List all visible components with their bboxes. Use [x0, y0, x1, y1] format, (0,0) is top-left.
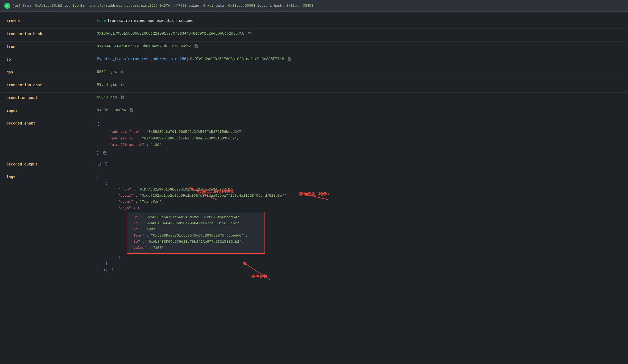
logs-label: logs:	[257, 4, 268, 8]
copy-to-icon[interactable]	[287, 57, 291, 61]
to-label: to:	[64, 4, 70, 8]
logs-object: { "from" : "0xD7ACd2a9FD159E69Bb102A1ca2…	[105, 181, 622, 266]
decoded-output-value: {}	[97, 162, 622, 166]
decoded-uint-key: "uint256 amount"	[110, 143, 144, 147]
gas-text: 80321 gas	[97, 70, 117, 74]
decoded-at-val: "0xAb8483F64d9C6d1EcF9b849Ae677dD3315835…	[142, 136, 237, 140]
to-addr-text: 0xD7ACd2a9FD159E69Bb102A1ca21C9a3e3A5F77…	[190, 57, 284, 61]
top-to-addr: 0xD7A...F771B	[160, 4, 187, 8]
event-args-annotation: 事件参数	[251, 273, 267, 280]
top-hash: 0x13b...35458	[286, 4, 313, 8]
copy-from-icon[interactable]	[194, 44, 198, 48]
decoded-uint256: "uint256 amount" : "100"	[110, 142, 243, 148]
execution-cost-text: 69844 gas	[97, 95, 117, 100]
input-row: input 0x30e...00064	[0, 105, 628, 118]
transaction-cost-key: transaction cost	[6, 82, 97, 87]
arg-2-line: "2" : "100",	[131, 227, 260, 233]
copy-gas-icon[interactable]	[120, 70, 124, 74]
copy-logs-1-icon[interactable]	[103, 268, 107, 272]
logs-event-line: "event" : "Transfer",	[118, 199, 622, 205]
arg-1-line: "1" : "0xAb8483F64d9C6d1EcF9b849Ae677dD3…	[131, 221, 260, 227]
from-addr-text: 0xAb8483F64d9C6d1EcF9b849Ae677dD3315835c…	[97, 44, 191, 48]
hash-label: hash:	[274, 4, 284, 8]
data-label: data:	[216, 4, 226, 8]
status-row: status true Transaction mined and execut…	[0, 16, 628, 29]
success-icon	[4, 3, 10, 9]
decoded-af-val: "0x5B38Da6a701c568545dCfcB03FcB875f56bed…	[146, 130, 241, 134]
arg-to-line: "to" : "0xAb8483F64d9C6d1EcF9b849Ae677dD…	[131, 239, 260, 245]
vm-label: [vm]	[12, 4, 20, 8]
from-key: from	[6, 44, 97, 49]
svg-rect-10	[113, 269, 115, 271]
svg-rect-8	[106, 163, 108, 165]
arg-from-line: "from" : "0x5B38Da6a701c568545dCfcB03FcB…	[131, 233, 260, 239]
svg-rect-9	[105, 269, 107, 271]
decoded-address-from: "address from" : "0x5B38Da6a701c568545dC…	[110, 129, 243, 135]
logs-obj-close: }	[105, 260, 622, 267]
status-true: true	[97, 19, 106, 23]
decoded-input-body: "address from" : "0x5B38Da6a701c568545dC…	[110, 129, 243, 148]
args-box: "0" : "0x5B38Da6a701c568545dCfcB03FcB875…	[127, 212, 265, 254]
copy-decoded-input-icon[interactable]	[103, 151, 107, 155]
copy-decoded-output-icon[interactable]	[105, 162, 109, 166]
transaction-cost-value: 69844 gas	[97, 82, 622, 87]
decoded-uint-val: "100"	[151, 143, 162, 147]
from-value: 0xAb8483F64d9C6d1EcF9b849Ae677dD3315835c…	[97, 44, 622, 48]
decoded-input-row: decoded input { "address from" : "0x5B38…	[0, 118, 628, 159]
decoded-input-key: decoded input	[6, 121, 97, 126]
to-value: Events._transfer(address,address,uint256…	[97, 57, 622, 61]
transaction-hash-key: transaction hash	[6, 31, 97, 36]
copy-logs-2-icon[interactable]	[111, 268, 115, 272]
decoded-output-row: decoded output {}	[0, 159, 628, 172]
svg-rect-2	[288, 58, 291, 60]
logs-args-line: "args" : {	[118, 205, 622, 211]
to-key: to	[6, 57, 97, 62]
decoded-address-to: "address to" : "0xAb8483F64d9C6d1EcF9b84…	[110, 135, 243, 142]
input-text: 0x30e...00064	[97, 108, 126, 112]
input-value: 0x30e...00064	[97, 108, 622, 112]
top-data: 0x30e...00064	[228, 4, 255, 8]
decoded-input-close: }	[97, 150, 99, 156]
copy-input-icon[interactable]	[129, 108, 133, 112]
svg-rect-3	[121, 71, 123, 73]
svg-rect-1	[195, 46, 197, 48]
copy-hash-icon[interactable]	[248, 31, 252, 35]
logs-obj-open: {	[105, 181, 622, 187]
content: status true Transaction mined and execut…	[0, 12, 628, 291]
logs-key: logs	[6, 175, 97, 179]
gas-value: 80321 gas	[97, 70, 622, 74]
decoded-input-value: { "address from" : "0x5B38Da6a701c568545…	[97, 121, 622, 156]
to-row: to Events._transfer(address,address,uint…	[0, 54, 628, 67]
transaction-cost-text: 69844 gas	[97, 82, 117, 87]
from-row: from 0xAb8483F64d9C6d1EcF9b849Ae677dD331…	[0, 42, 628, 54]
logs-value: 产生日志的合约地址 事件签名（哈希） 事件参数 [ { "from" : "0x…	[97, 175, 622, 283]
logs-from-line: "from" : "0xD7ACd2a9FD159E69Bb102A1ca21C…	[118, 187, 622, 193]
execution-cost-key: execution cost	[6, 95, 97, 100]
value-label: value:	[189, 4, 201, 8]
top-value: 0 wei	[203, 4, 214, 8]
logs-topic-line: "topic" : "0xddf252ad1be2c89b69c2b068fc3…	[118, 193, 622, 199]
logs-open-bracket: [	[97, 175, 622, 181]
execution-cost-value: 69844 gas	[97, 95, 622, 100]
input-key: input	[6, 108, 97, 113]
status-text: Transaction mined and execution succeed	[108, 19, 195, 23]
arg-value-line: "value" : "100"	[131, 245, 260, 251]
decoded-af-key: "address from"	[110, 130, 140, 134]
gas-key: gas	[6, 70, 97, 75]
transaction-hash-text: 0x13bd6a7956a56586802068c22e091397079d34…	[97, 31, 245, 36]
transaction-hash-row: transaction hash 0x13bd6a7956a5658680206…	[0, 29, 628, 42]
logs-row: logs 产生日志的合约地址 事件签名（哈希） 事件参数 [ { "from"	[0, 172, 628, 286]
to-func-text: Events._transfer(address,address,uint256…	[97, 57, 188, 61]
svg-rect-7	[104, 152, 106, 155]
svg-rect-6	[130, 109, 133, 111]
top-bar: [vm] from: 0xAb8...35cb2 to: Events._tra…	[0, 0, 628, 12]
transaction-hash-value: 0x13bd6a7956a56586802068c22e091397079d34…	[97, 31, 622, 36]
copy-exec-cost-icon[interactable]	[120, 95, 124, 99]
top-bar-text: [vm] from: 0xAb8...35cb2 to: Events._tra…	[12, 4, 313, 8]
status-key: status	[6, 19, 97, 23]
decoded-output-key: decoded output	[6, 162, 97, 167]
main-container: [vm] from: 0xAb8...35cb2 to: Events._tra…	[0, 0, 628, 291]
copy-tx-cost-icon[interactable]	[120, 82, 124, 86]
arg-0-line: "0" : "0x5B38Da6a701c568545dCfcB03FcB875…	[131, 214, 260, 221]
decoded-input-close-row: }	[97, 150, 107, 156]
